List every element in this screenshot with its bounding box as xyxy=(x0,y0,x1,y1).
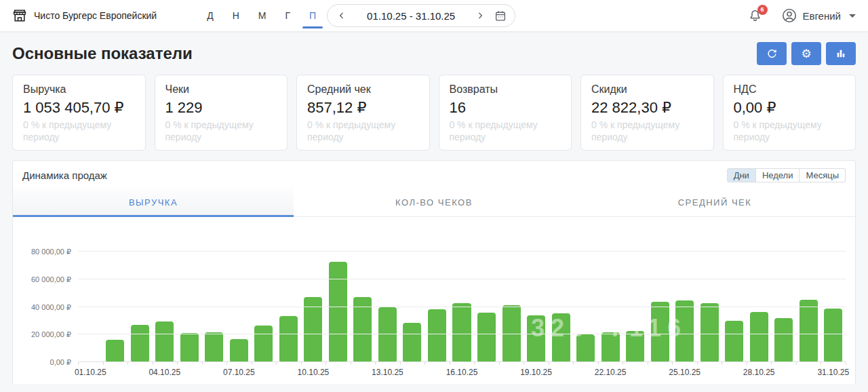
x-axis-tick-label: 10.10.25 xyxy=(298,368,330,377)
bar-04.10.25[interactable] xyxy=(155,321,174,362)
x-axis-tick xyxy=(127,362,128,365)
settings-gear-button[interactable]: ⚙ xyxy=(791,42,821,65)
bar-21.10.25[interactable] xyxy=(576,334,595,362)
bar-slot-10.10.25 xyxy=(301,243,326,362)
x-axis-tick xyxy=(672,362,673,365)
bar-06.10.25[interactable] xyxy=(205,332,223,362)
kpi-card: Скидки22 822,30 ₽0 % к предыдущему перио… xyxy=(580,75,714,151)
bar-29.10.25[interactable] xyxy=(774,318,793,362)
bar-15.10.25[interactable] xyxy=(428,309,446,362)
chart-x-axis: 01.10.2504.10.2507.10.2510.10.2513.10.25… xyxy=(78,364,846,380)
store-name: Чисто Бургерс Европейский xyxy=(34,10,157,21)
bar-11.10.25[interactable] xyxy=(329,262,347,362)
x-axis-tick xyxy=(499,362,500,365)
x-axis-tick-label: 25.10.25 xyxy=(669,368,701,377)
period-option-Д[interactable]: Д xyxy=(205,7,214,24)
notifications-button[interactable]: 6 xyxy=(748,9,762,23)
bar-30.10.25[interactable] xyxy=(800,300,818,362)
bar-12.10.25[interactable] xyxy=(353,297,372,362)
x-axis-tick xyxy=(425,362,425,365)
metric-tab-1[interactable]: КОЛ-ВО ЧЕКОВ xyxy=(294,188,574,216)
bar-09.10.25[interactable] xyxy=(279,316,298,362)
date-range-value[interactable]: 01.10.25 - 31.10.25 xyxy=(356,10,466,22)
x-axis-tick xyxy=(648,362,648,365)
bar-08.10.25[interactable] xyxy=(254,326,273,362)
kpi-card-label: Скидки xyxy=(591,83,703,96)
bar-25.10.25[interactable] xyxy=(675,300,694,362)
bar-slot-06.10.25 xyxy=(202,243,227,362)
kpi-section: Основные показатели ⚙ Выручка1 053 405,7… xyxy=(0,31,868,151)
calendar-icon[interactable] xyxy=(494,9,507,22)
storefront-icon xyxy=(12,8,27,23)
bar-26.10.25[interactable] xyxy=(701,303,719,362)
x-axis-tick xyxy=(177,362,178,365)
bar-13.10.25[interactable] xyxy=(378,307,397,363)
bar-19.10.25[interactable] xyxy=(527,315,545,362)
x-axis-tick xyxy=(573,362,574,365)
bar-17.10.25[interactable] xyxy=(477,313,496,362)
granularity-option-months[interactable]: Месяцы xyxy=(800,168,846,182)
bar-07.10.25[interactable] xyxy=(230,339,248,362)
bar-14.10.25[interactable] xyxy=(403,323,421,362)
next-period-button[interactable] xyxy=(474,9,486,22)
metric-tabs: ВЫРУЧКАКОЛ-ВО ЧЕКОВСРЕДНИЙ ЧЕК xyxy=(13,188,855,217)
kpi-card-value: 1 229 xyxy=(165,99,277,117)
kpi-card-delta: 0 % к предыдущему периоду xyxy=(734,119,846,143)
store-selector[interactable]: Чисто Бургерс Европейский xyxy=(12,8,157,23)
bar-slot-28.10.25 xyxy=(747,243,772,362)
x-axis-tick-label: 01.10.25 xyxy=(75,368,106,377)
bar-10.10.25[interactable] xyxy=(304,297,322,362)
bar-slot-31.10.25 xyxy=(821,243,846,362)
x-axis-tick xyxy=(153,362,153,365)
bar-slot-07.10.25 xyxy=(226,243,252,362)
chart-view-button[interactable] xyxy=(826,42,856,65)
x-axis-tick xyxy=(375,362,376,365)
period-option-М[interactable]: М xyxy=(257,7,268,24)
bar-slot-13.10.25 xyxy=(375,243,400,362)
metric-tab-2[interactable]: СРЕДНИЙ ЧЕК xyxy=(574,188,855,216)
x-axis-tick xyxy=(623,362,623,365)
bar-03.10.25[interactable] xyxy=(131,325,149,362)
granularity-option-days[interactable]: Дни xyxy=(727,168,756,182)
gridline xyxy=(78,251,846,252)
bar-slot-23.10.25 xyxy=(623,243,648,362)
period-option-П[interactable]: П xyxy=(308,7,317,24)
period-option-Н[interactable]: Н xyxy=(231,7,241,24)
bar-slot-05.10.25 xyxy=(177,243,202,362)
metric-tab-0[interactable]: ВЫРУЧКА xyxy=(13,188,294,216)
kpi-card-value: 16 xyxy=(450,99,561,117)
prev-period-button[interactable] xyxy=(336,9,348,22)
user-menu[interactable]: Евгений xyxy=(781,7,856,24)
bar-23.10.25[interactable] xyxy=(626,331,644,362)
x-axis-tick xyxy=(771,362,772,365)
bar-20.10.25[interactable] xyxy=(552,313,570,362)
bar-27.10.25[interactable] xyxy=(725,321,743,362)
x-axis-tick xyxy=(450,362,450,365)
bar-02.10.25[interactable] xyxy=(106,340,124,362)
gridline xyxy=(78,334,846,334)
granularity-option-weeks[interactable]: Недели xyxy=(756,168,800,182)
period-option-Г[interactable]: Г xyxy=(283,7,292,24)
x-axis-tick-label: 19.10.25 xyxy=(520,368,552,377)
bar-22.10.25[interactable] xyxy=(601,332,620,362)
bar-slot-18.10.25 xyxy=(499,243,524,362)
panel-title: Динамика продаж xyxy=(22,170,107,181)
bar-24.10.25[interactable] xyxy=(651,302,669,362)
kpi-card: Средний чек857,12 ₽0 % к предыдущему пер… xyxy=(296,75,430,151)
bar-slot-27.10.25 xyxy=(722,243,747,362)
y-axis-tick-label: 0,00 ₽ xyxy=(50,358,71,367)
bar-28.10.25[interactable] xyxy=(750,312,768,362)
bar-31.10.25[interactable] xyxy=(824,309,842,362)
x-axis-tick xyxy=(747,362,747,365)
bar-16.10.25[interactable] xyxy=(452,303,471,362)
x-axis-tick xyxy=(598,362,599,365)
bar-05.10.25[interactable] xyxy=(180,333,199,362)
bar-slot-03.10.25 xyxy=(127,243,153,362)
bar-slot-09.10.25 xyxy=(276,243,301,362)
y-axis-tick-label: 20 000,00 ₽ xyxy=(31,330,71,339)
y-axis-tick-label: 40 000,00 ₽ xyxy=(31,302,71,311)
revenue-bar-chart: 0,00 ₽20 000,00 ₽40 000,00 ₽60 000,00 ₽8… xyxy=(13,243,855,380)
kpi-card: НДС0,00 ₽0 % к предыдущему периоду xyxy=(723,75,856,151)
x-axis-tick xyxy=(474,362,475,365)
refresh-button[interactable] xyxy=(757,42,787,65)
